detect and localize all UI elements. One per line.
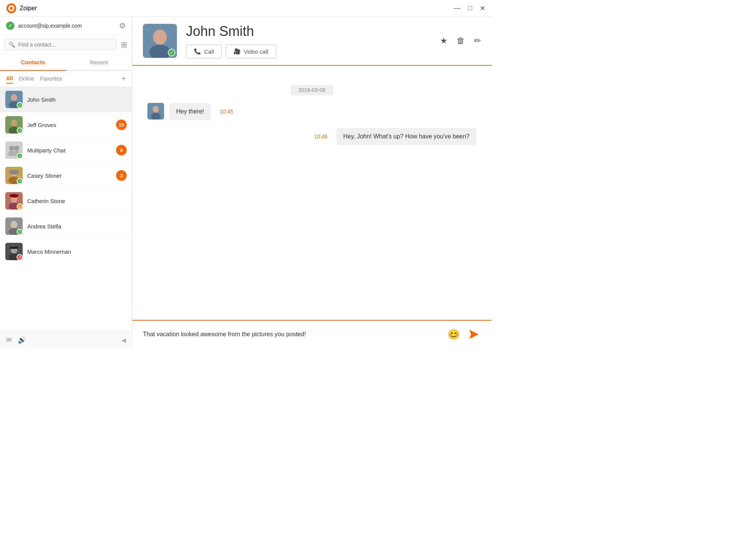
list-item[interactable]: Casey Stoner 3 — [0, 163, 132, 188]
mail-icon[interactable]: ✉ — [6, 336, 12, 344]
filter-online[interactable]: Online — [19, 74, 34, 83]
svg-marker-34 — [469, 330, 479, 339]
contact-status-icon — [17, 178, 23, 184]
add-filter-icon[interactable]: + — [121, 74, 126, 83]
message-bubble: Hey, John! What's up? How have you've be… — [336, 128, 476, 145]
filter-tabs: All Online Favorites + — [0, 71, 132, 87]
input-area: 😊 — [132, 320, 491, 348]
message-text: Hey, John! What's up? How have you've be… — [343, 133, 469, 140]
tab-contacts[interactable]: Contacts — [0, 54, 66, 70]
delete-icon[interactable]: 🗑 — [457, 36, 465, 46]
favorite-icon[interactable]: ★ — [440, 36, 448, 46]
list-item[interactable]: Multiparty Chat 9 — [0, 138, 132, 163]
search-input-wrap: 🔍 — [5, 39, 116, 50]
search-input[interactable] — [18, 42, 112, 48]
message-time: 10:46 — [314, 133, 327, 140]
tab-recent[interactable]: Recent — [66, 54, 132, 70]
maximize-button[interactable]: □ — [468, 4, 472, 12]
volume-icon[interactable]: 🔊 — [18, 336, 26, 344]
contact-name: John Smith — [27, 96, 127, 103]
svg-point-4 — [11, 94, 17, 101]
app-title: Zoiper — [20, 5, 37, 12]
call-button[interactable]: 📞 Call — [186, 45, 222, 58]
settings-icon[interactable]: ⚙ — [119, 21, 126, 30]
account-status-icon — [6, 22, 14, 30]
message-input[interactable] — [143, 331, 447, 338]
send-icon — [468, 328, 480, 340]
contact-list: John Smith Jeff Groves 15 — [0, 87, 132, 332]
svg-point-12 — [14, 146, 19, 151]
send-button[interactable] — [467, 327, 481, 341]
phone-icon: 📞 — [194, 48, 201, 55]
date-divider: 2016-03-08 — [147, 85, 476, 95]
contact-name: Marco Minneman — [27, 248, 127, 255]
sidebar-tabs: Contacts Recent — [0, 54, 132, 71]
contact-avatar-wrap — [5, 192, 23, 210]
video-icon: 🎥 — [234, 48, 241, 55]
message-row: Hey there! 10:45 — [147, 103, 476, 120]
message-row: 10:46 Hey, John! What's up? How have you… — [147, 128, 476, 145]
message-text: Hey there! — [176, 108, 204, 115]
contact-avatar-wrap — [5, 217, 23, 235]
chat-header-icons: ★ 🗑 ✏ — [440, 36, 481, 46]
unread-badge: 15 — [116, 120, 127, 130]
contact-name: Catherin Stone — [27, 198, 127, 204]
contact-avatar-wrap — [5, 91, 23, 108]
list-item[interactable]: John Smith — [0, 87, 132, 112]
svg-point-10 — [9, 146, 14, 151]
svg-rect-16 — [9, 170, 19, 174]
message-time: 10:45 — [220, 109, 233, 115]
svg-point-22 — [11, 221, 17, 228]
svg-rect-26 — [10, 247, 18, 249]
message-avatar — [147, 103, 164, 120]
filter-all[interactable]: All — [6, 74, 13, 84]
sidebar: account@sip.example.com ⚙ 🔍 ⊞ Contacts R… — [0, 17, 132, 348]
titlebar: Zoiper — □ ✕ — [0, 0, 491, 17]
contact-avatar-wrap — [5, 141, 23, 159]
main-layout: account@sip.example.com ⚙ 🔍 ⊞ Contacts R… — [0, 17, 491, 348]
sidebar-footer: ✉ 🔊 ◀ — [0, 332, 132, 348]
list-item[interactable]: Andrea Stella — [0, 214, 132, 239]
search-icon: 🔍 — [9, 42, 15, 48]
svg-point-7 — [11, 120, 17, 126]
list-item[interactable]: Catherin Stone — [0, 188, 132, 214]
emoji-button[interactable]: 😊 — [447, 327, 460, 341]
close-button[interactable]: ✕ — [480, 4, 485, 12]
contact-name: Multiparty Chat — [27, 147, 112, 154]
grid-view-icon[interactable]: ⊞ — [121, 40, 127, 49]
messages-area: 2016-03-08 Hey there! 10:45 10:46 — [132, 66, 491, 320]
emoji-icon: 😊 — [448, 329, 460, 340]
svg-point-2 — [10, 7, 13, 10]
contact-name: Jeff Groves — [27, 122, 112, 128]
list-item[interactable]: Marco Minneman — [0, 239, 132, 264]
footer-left: ✉ 🔊 — [6, 336, 26, 344]
contact-status-icon — [17, 127, 23, 133]
filter-favorites[interactable]: Favorites — [40, 74, 62, 83]
svg-point-29 — [153, 29, 167, 45]
chat-contact-status-icon — [168, 49, 175, 56]
contact-status-icon — [17, 102, 23, 108]
app-logo-icon — [6, 3, 17, 14]
contact-name: Andrea Stella — [27, 223, 127, 230]
contact-avatar-wrap — [5, 243, 23, 260]
contact-avatar-wrap — [5, 116, 23, 133]
account-info: account@sip.example.com — [6, 22, 82, 30]
minimize-button[interactable]: — — [454, 4, 460, 12]
window-controls: — □ ✕ — [454, 4, 485, 12]
collapse-sidebar-icon[interactable]: ◀ — [121, 337, 126, 344]
chat-contact-info: John Smith 📞 Call 🎥 Video call — [186, 23, 276, 58]
unread-badge: 3 — [116, 170, 127, 181]
input-actions: 😊 — [447, 327, 481, 341]
video-call-button[interactable]: 🎥 Video call — [226, 45, 276, 58]
date-label: 2016-03-08 — [291, 85, 333, 95]
list-item[interactable]: Jeff Groves 15 — [0, 112, 132, 138]
account-email: account@sip.example.com — [18, 23, 82, 29]
chat-header-left: John Smith 📞 Call 🎥 Video call — [143, 23, 276, 58]
contact-status-icon — [17, 254, 23, 260]
edit-icon[interactable]: ✏ — [474, 36, 481, 46]
contact-status-icon — [17, 153, 23, 159]
unread-badge: 9 — [116, 145, 127, 155]
chat-actions: 📞 Call 🎥 Video call — [186, 45, 276, 58]
message-avatar-icon — [147, 103, 164, 120]
chat-contact-avatar — [143, 24, 177, 58]
